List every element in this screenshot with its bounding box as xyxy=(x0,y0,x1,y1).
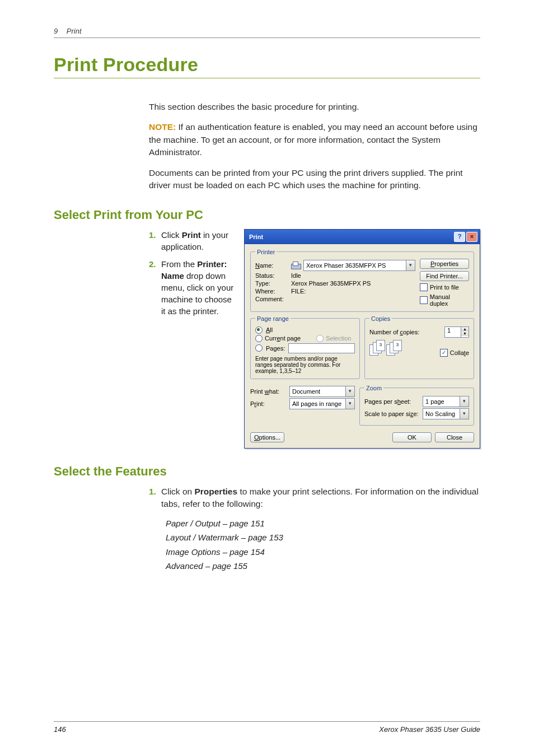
copies-legend: Copies xyxy=(369,315,392,322)
scale-to-paper-dropdown[interactable]: No Scaling ▾ xyxy=(423,408,469,419)
note-label: NOTE: xyxy=(149,122,176,132)
radio-icon xyxy=(255,344,263,352)
print-what-label: Print what: xyxy=(250,388,286,395)
printer-where-value: FILE: xyxy=(291,288,306,295)
section1-steps: 1. Click Print in your application. 2. F… xyxy=(149,229,234,323)
running-header: 9 Print xyxy=(54,27,480,38)
printer-legend: Printer xyxy=(255,249,277,255)
checkbox-icon xyxy=(420,296,428,304)
print-dialog: Print ? × Printer Name: xyxy=(244,229,480,449)
zoom-legend: Zoom xyxy=(364,385,383,391)
find-printer-button[interactable]: Find Printer... xyxy=(420,271,469,281)
ref-item: Advanced – page 155 xyxy=(166,559,480,573)
print-range-label: Print: xyxy=(250,400,286,407)
print-range-dropdown[interactable]: All pages in range ▾ xyxy=(289,398,355,409)
step-text: Click on Properties to make your print s… xyxy=(161,486,480,511)
collate-icon: 1 2 3 1 2 3 xyxy=(369,339,405,357)
options-button[interactable]: Options... xyxy=(250,432,284,442)
print-to-file-checkbox[interactable]: Print to file xyxy=(420,283,469,291)
pages-input[interactable] xyxy=(288,343,355,353)
range-all-radio[interactable]: All xyxy=(255,326,355,334)
range-selection-radio: Selection xyxy=(316,335,351,342)
chapter-title: Print xyxy=(67,27,82,35)
section2-step-1: 1. Click on Properties to make your prin… xyxy=(149,486,480,511)
page-number: 146 xyxy=(54,725,66,734)
printer-name-label: Name: xyxy=(255,262,288,269)
ok-button[interactable]: OK xyxy=(392,432,432,442)
printer-type-label: Type: xyxy=(255,280,288,287)
printer-group: Printer Name: Xerox Phaser 3635MFPX PS ▾ xyxy=(250,249,474,312)
step-1: 1. Click Print in your application. xyxy=(149,229,234,253)
checkbox-icon xyxy=(420,283,428,291)
radio-icon xyxy=(255,326,263,334)
dialog-titlebar[interactable]: Print ? × xyxy=(245,230,480,244)
close-button[interactable]: Close xyxy=(435,432,474,442)
reference-list: Paper / Output – page 151 Layout / Water… xyxy=(166,516,480,573)
copies-stepper[interactable]: 1 ▲▼ xyxy=(444,326,469,338)
printer-status-label: Status: xyxy=(255,272,288,279)
ref-item: Image Options – page 154 xyxy=(166,545,480,559)
dialog-body: Printer Name: Xerox Phaser 3635MFPX PS ▾ xyxy=(245,244,480,448)
chevron-down-icon[interactable]: ▼ xyxy=(461,332,469,336)
printer-icon xyxy=(291,262,300,269)
checkbox-icon: ✓ xyxy=(440,349,448,357)
chevron-up-icon[interactable]: ▲ xyxy=(461,327,469,332)
copies-label: Number of copies: xyxy=(369,329,419,335)
page-footer: 146 Xerox Phaser 3635 User Guide xyxy=(54,721,480,734)
page: 9 Print Print Procedure This section des… xyxy=(0,0,534,756)
section1-layout: 1. Click Print in your application. 2. F… xyxy=(149,229,480,449)
chapter-number: 9 xyxy=(54,27,58,35)
chevron-down-icon[interactable]: ▾ xyxy=(460,409,469,419)
printer-status-value: Idle xyxy=(291,272,301,279)
print-what-dropdown[interactable]: Document ▾ xyxy=(289,386,355,397)
chevron-down-icon[interactable]: ▾ xyxy=(345,386,354,396)
pages-per-sheet-dropdown[interactable]: 1 page ▾ xyxy=(423,396,469,407)
section-heading-select-print: Select Print from Your PC xyxy=(54,208,480,222)
chevron-down-icon[interactable]: ▾ xyxy=(345,399,354,409)
radio-icon xyxy=(316,335,324,342)
pages-per-sheet-label: Pages per sheet: xyxy=(364,398,419,405)
step-text: Click Print in your application. xyxy=(161,229,234,253)
page-range-hint: Enter page numbers and/or page ranges se… xyxy=(255,356,355,374)
scale-to-paper-label: Scale to paper size: xyxy=(364,410,419,417)
section-heading-select-features: Select the Features xyxy=(54,464,480,479)
printer-type-value: Xerox Phaser 3635MFPX PS xyxy=(291,280,371,287)
ref-item: Layout / Watermark – page 153 xyxy=(166,530,480,545)
zoom-group: Zoom Pages per sheet: 1 page ▾ Scale to … xyxy=(359,385,474,426)
note-body: If an authentication feature is enabled,… xyxy=(149,122,477,157)
copies-group: Copies Number of copies: 1 ▲▼ xyxy=(364,315,474,379)
note-paragraph: NOTE: If an authentication feature is en… xyxy=(149,121,480,158)
collate-checkbox[interactable]: ✓Collate xyxy=(440,349,469,357)
close-icon[interactable]: × xyxy=(466,232,477,242)
printer-name-dropdown[interactable]: Xerox Phaser 3635MFPX PS ▾ xyxy=(303,260,415,271)
intro-paragraph-2: Documents can be printed from your PC us… xyxy=(149,167,480,192)
intro-paragraph: This section describes the basic procedu… xyxy=(149,101,480,113)
step-number: 1. xyxy=(149,486,161,511)
manual-duplex-checkbox[interactable]: Manual duplex xyxy=(420,293,469,307)
section2-body: 1. Click on Properties to make your prin… xyxy=(149,486,480,511)
range-current-radio[interactable]: Current page xyxy=(255,335,301,342)
page-range-group: Page range All Current page Selection Pa… xyxy=(250,315,360,379)
printer-where-label: Where: xyxy=(255,288,288,295)
step-2: 2. From the Printer: Name drop down menu… xyxy=(149,258,234,317)
printer-comment-label: Comment: xyxy=(255,296,288,302)
guide-title: Xerox Phaser 3635 User Guide xyxy=(379,725,480,734)
page-title: Print Procedure xyxy=(54,54,480,76)
chevron-down-icon[interactable]: ▾ xyxy=(406,260,415,270)
step-number: 2. xyxy=(149,258,161,317)
help-icon[interactable]: ? xyxy=(454,232,465,242)
step-number: 1. xyxy=(149,229,161,253)
print-dialog-screenshot: Print ? × Printer Name: xyxy=(244,229,480,449)
chevron-down-icon[interactable]: ▾ xyxy=(460,396,469,407)
ref-item: Paper / Output – page 151 xyxy=(166,516,480,531)
intro-block: This section describes the basic procedu… xyxy=(149,101,480,192)
radio-icon xyxy=(255,335,263,342)
dialog-title: Print xyxy=(249,234,263,240)
chapter-sep xyxy=(60,27,67,35)
title-rule xyxy=(54,78,480,78)
range-pages-radio[interactable]: Pages: xyxy=(255,343,355,353)
properties-button[interactable]: Properties xyxy=(420,259,469,269)
step-text: From the Printer: Name drop down menu, c… xyxy=(161,258,234,317)
page-range-legend: Page range xyxy=(255,315,291,322)
